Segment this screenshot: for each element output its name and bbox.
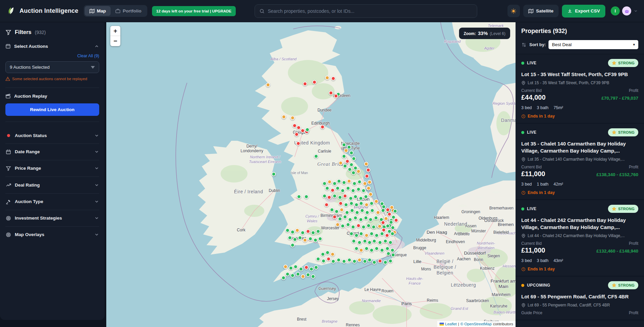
- property-marker[interactable]: [341, 189, 345, 193]
- property-marker[interactable]: [386, 207, 390, 212]
- property-marker[interactable]: [303, 81, 307, 86]
- property-marker[interactable]: [331, 76, 336, 80]
- property-marker[interactable]: [383, 239, 387, 243]
- property-marker[interactable]: [369, 248, 374, 252]
- sidebar-section-deal-rating[interactable]: Deal Rating: [5, 177, 99, 194]
- property-marker[interactable]: [367, 258, 372, 262]
- property-marker[interactable]: [363, 181, 367, 186]
- property-marker[interactable]: [338, 217, 342, 221]
- property-marker[interactable]: [281, 276, 286, 280]
- property-marker[interactable]: [388, 240, 392, 245]
- property-marker[interactable]: [376, 210, 380, 215]
- property-marker[interactable]: [352, 156, 356, 161]
- property-marker[interactable]: [357, 258, 362, 262]
- property-marker[interactable]: [331, 252, 335, 256]
- property-marker[interactable]: [364, 162, 368, 166]
- property-card[interactable]: LIVESTRONGLot 44 - Chalet 242 Carmarthen…: [516, 200, 644, 276]
- property-marker[interactable]: [358, 218, 363, 222]
- property-marker[interactable]: [294, 132, 299, 137]
- property-marker[interactable]: [359, 232, 364, 236]
- property-marker[interactable]: [349, 162, 353, 167]
- property-marker[interactable]: [326, 251, 330, 255]
- property-marker[interactable]: [372, 260, 377, 265]
- property-marker[interactable]: [385, 233, 389, 237]
- property-marker[interactable]: [333, 215, 337, 219]
- property-marker[interactable]: [343, 164, 347, 168]
- property-marker[interactable]: [318, 236, 323, 241]
- property-card[interactable]: UPCOMINGSTRONGLot 69 - 55 Pengwern Road,…: [516, 276, 644, 320]
- property-marker[interactable]: [359, 201, 364, 205]
- property-marker[interactable]: [390, 225, 395, 230]
- property-marker[interactable]: [365, 174, 369, 178]
- property-marker[interactable]: [351, 189, 355, 193]
- property-marker[interactable]: [301, 129, 305, 133]
- property-marker[interactable]: [304, 194, 309, 199]
- property-marker[interactable]: [306, 229, 310, 233]
- property-marker[interactable]: [378, 259, 382, 263]
- property-marker[interactable]: [289, 266, 293, 270]
- property-marker[interactable]: [387, 212, 392, 217]
- property-marker[interactable]: [341, 224, 345, 228]
- account-menu[interactable]: I: [611, 6, 638, 15]
- property-marker[interactable]: [365, 203, 369, 207]
- property-marker[interactable]: [322, 181, 327, 186]
- property-marker[interactable]: [383, 260, 387, 265]
- property-marker[interactable]: [370, 208, 375, 213]
- property-marker[interactable]: [337, 258, 341, 262]
- property-marker[interactable]: [312, 80, 317, 85]
- property-marker[interactable]: [367, 186, 371, 191]
- property-marker[interactable]: [346, 186, 350, 191]
- property-marker[interactable]: [282, 115, 286, 119]
- property-marker[interactable]: [298, 235, 302, 240]
- property-marker[interactable]: [352, 239, 356, 243]
- zoom-in-button[interactable]: +: [110, 26, 120, 36]
- sidebar-section-map-overlays[interactable]: Map Overlays: [5, 227, 99, 243]
- sidebar-section-auction-type[interactable]: Auction Type: [5, 194, 99, 210]
- property-marker[interactable]: [346, 222, 350, 227]
- osm-link[interactable]: © OpenStreetMap: [460, 322, 492, 326]
- property-marker[interactable]: [301, 274, 305, 279]
- property-marker[interactable]: [316, 229, 320, 233]
- property-marker[interactable]: [363, 239, 367, 243]
- property-marker[interactable]: [382, 204, 386, 209]
- sidebar-section-price-range[interactable]: Price Range: [5, 160, 99, 177]
- property-marker[interactable]: [344, 149, 348, 153]
- property-marker[interactable]: [369, 218, 373, 222]
- property-marker[interactable]: [356, 223, 361, 228]
- property-marker[interactable]: [299, 267, 303, 271]
- property-marker[interactable]: [380, 248, 384, 252]
- property-marker[interactable]: [314, 265, 318, 269]
- property-marker[interactable]: [309, 267, 313, 271]
- property-marker[interactable]: [363, 259, 367, 264]
- property-marker[interactable]: [348, 196, 353, 201]
- sidebar-section-auction-status[interactable]: Auction Status: [5, 128, 99, 144]
- property-marker[interactable]: [349, 232, 353, 236]
- rewind-live-auction-button[interactable]: Rewind Live Auction: [5, 103, 99, 116]
- property-marker[interactable]: [390, 205, 394, 210]
- property-marker[interactable]: [306, 273, 310, 277]
- property-marker[interactable]: [367, 240, 372, 245]
- property-marker[interactable]: [339, 161, 343, 165]
- property-marker[interactable]: [331, 259, 336, 264]
- sort-select[interactable]: Best Deal ▾: [548, 40, 638, 49]
- property-marker[interactable]: [292, 123, 297, 128]
- property-marker[interactable]: [305, 127, 309, 132]
- property-marker[interactable]: [304, 265, 309, 269]
- property-marker[interactable]: [366, 168, 370, 172]
- property-marker[interactable]: [316, 257, 320, 261]
- property-marker[interactable]: [327, 195, 332, 200]
- property-marker[interactable]: [391, 253, 395, 257]
- property-marker[interactable]: [321, 259, 326, 263]
- property-marker[interactable]: [386, 224, 390, 228]
- property-marker[interactable]: [296, 126, 301, 130]
- property-marker[interactable]: [369, 232, 374, 236]
- property-marker[interactable]: [384, 216, 388, 221]
- property-marker[interactable]: [372, 239, 377, 243]
- property-marker[interactable]: [296, 141, 300, 146]
- property-marker[interactable]: [286, 228, 290, 233]
- avatar-premium[interactable]: [622, 6, 631, 15]
- property-marker[interactable]: [320, 125, 325, 129]
- property-marker[interactable]: [342, 154, 346, 159]
- tab-portfolio[interactable]: Portfolio: [111, 6, 146, 16]
- property-marker[interactable]: [348, 167, 352, 172]
